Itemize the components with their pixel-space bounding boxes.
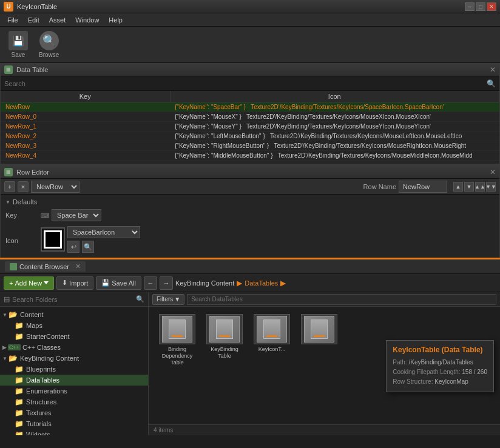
icon-preview-inner	[44, 230, 62, 249]
table-row[interactable]: NewRow_1 {"KeyName": "MouseY" } Texture2…	[1, 122, 499, 132]
row-editor-close[interactable]: ✕	[490, 168, 496, 176]
sidebar-tree-item[interactable]: ▶📁Textures	[0, 407, 148, 418]
data-table-close[interactable]: ✕	[490, 65, 496, 74]
import-button[interactable]: ⬇ Import	[56, 276, 93, 290]
asset-label: KeyIconT...	[258, 346, 286, 353]
row-editor-panel: ▦ Row Editor ✕ + × NewRow Row Name ▲ ▼ ▲…	[0, 164, 500, 258]
row-next-button[interactable]: ▼	[464, 182, 474, 192]
sidebar-search-magnify: 🔍	[136, 295, 144, 303]
add-new-dropdown-icon	[44, 281, 49, 284]
asset-item[interactable]: KeyBinding Table	[203, 314, 246, 359]
icon-select[interactable]: SpaceBarIcon	[67, 226, 140, 238]
filters-dropdown-icon: ▼	[174, 296, 180, 303]
icon-browse-back-button[interactable]: ↩	[67, 241, 79, 253]
save-all-icon: 💾	[101, 279, 110, 287]
table-row[interactable]: NewRow {"KeyName": "SpaceBar" } Texture2…	[1, 102, 499, 112]
asset-item[interactable]: Binding Dependency Table	[156, 314, 198, 366]
content-browser-tab[interactable]: Content Browser ✕	[5, 261, 86, 272]
remove-row-button[interactable]: ×	[18, 181, 29, 192]
tree-item-label: C++ Classes	[22, 344, 61, 351]
close-button[interactable]: ✕	[487, 2, 496, 11]
back-button[interactable]: ←	[144, 276, 157, 290]
save-all-button[interactable]: 💾 Save All	[96, 276, 141, 290]
sidebar-tree-item[interactable]: ▶📁DataTables	[0, 375, 148, 386]
asset-search-input[interactable]	[187, 294, 496, 305]
tree-item-label: Content	[20, 311, 44, 318]
row-first-button[interactable]: ▲▲	[475, 182, 485, 192]
browse-button[interactable]: 🔍 Browse	[35, 28, 62, 61]
menu-help[interactable]: Help	[104, 15, 127, 25]
asset-thumb-icon	[209, 316, 240, 343]
table-cell-key: NewRow_4	[1, 151, 170, 161]
icon-action-buttons: ↩ 🔍	[67, 241, 140, 253]
data-table-search-input[interactable]	[4, 80, 487, 87]
row-editor-header: ▦ Row Editor ✕	[1, 165, 499, 179]
table-row[interactable]: NewRow_3 {"KeyName": "RightMouseButton" …	[1, 141, 499, 151]
folder-icon: 📂	[8, 354, 18, 363]
menu-file[interactable]: File	[2, 15, 23, 25]
forward-button[interactable]: →	[160, 276, 173, 290]
tooltip-cooking-value: 158 / 260	[462, 369, 487, 375]
folder-icon: 📁	[15, 321, 24, 330]
sidebar-tree-item[interactable]: ▶📁Enumerations	[0, 386, 148, 396]
table-row[interactable]: NewRow_0 {"KeyName": "MouseX" } Texture2…	[1, 112, 499, 122]
table-cell-key: NewRow_1	[1, 122, 170, 132]
folder-icon: 📁	[15, 387, 24, 395]
tree-item-label: Enumerations	[26, 387, 67, 395]
datatable-icon	[263, 319, 280, 339]
cpp-expand-icon: ▶	[2, 344, 7, 350]
col-header-key: Key	[1, 91, 170, 102]
tree-item-label: StarterContent	[26, 333, 70, 340]
sidebar-tree-item[interactable]: ▶📁Blueprints	[0, 364, 148, 375]
tooltip-title: KeyIconTable (Data Table)	[393, 346, 487, 354]
table-cell-icon: {"KeyName": "MouseY" } Texture2D'/KeyBin…	[170, 122, 499, 132]
tooltip-cooking-label: Cooking Filepath Length:	[393, 369, 460, 375]
save-button[interactable]: 💾 Save	[5, 28, 32, 61]
table-cell-icon: {"KeyName": "RightMouseButton" } Texture…	[170, 141, 499, 151]
icon-browse-button[interactable]: 🔍	[82, 241, 94, 253]
row-prev-button[interactable]: ▲	[453, 182, 463, 192]
sidebar-tree-item[interactable]: ▶📁Structures	[0, 396, 148, 407]
table-row[interactable]: NewRow_2 {"KeyName": "LeftMouseButton" }…	[1, 132, 499, 141]
data-table-title: Data Table	[16, 66, 48, 73]
sidebar-tree-item[interactable]: ▶📁Widgets	[0, 429, 148, 435]
asset-item[interactable]: KeyIconT...	[251, 314, 293, 353]
menu-window[interactable]: Window	[70, 15, 104, 25]
asset-tooltip: KeyIconTable (Data Table) Path: /KeyBind…	[386, 340, 494, 392]
sidebar-tree-item[interactable]: ▼📂Content	[0, 309, 148, 320]
expand-icon: ▼	[2, 312, 7, 318]
sidebar-tree-item[interactable]: ▼📂KeyBinding Content	[0, 353, 148, 364]
menu-edit[interactable]: Edit	[23, 15, 44, 25]
asset-thumb-icon	[162, 316, 192, 343]
add-new-button[interactable]: + Add New	[4, 276, 54, 290]
minimize-button[interactable]: ─	[465, 2, 475, 11]
app-icon: U	[4, 2, 13, 12]
tree-item-label: KeyBinding Content	[20, 355, 79, 362]
datatable-icon	[216, 319, 233, 339]
icon-field-label: Icon	[5, 235, 36, 244]
cb-tab-close[interactable]: ✕	[75, 262, 81, 270]
add-row-button[interactable]: +	[4, 181, 15, 192]
tree-item-label: Structures	[26, 398, 56, 406]
asset-thumbnail	[159, 314, 195, 344]
sidebar-tree-item[interactable]: ▶📁Maps	[0, 320, 148, 331]
filters-button[interactable]: Filters ▼	[152, 294, 184, 305]
maximize-button[interactable]: □	[476, 2, 485, 11]
row-editor-toolbar: + × NewRow Row Name ▲ ▼ ▲▲ ▼▼	[1, 179, 499, 195]
row-selector[interactable]: NewRow	[31, 181, 79, 193]
import-icon: ⬇	[62, 279, 67, 287]
row-last-button[interactable]: ▼▼	[486, 182, 496, 192]
breadcrumb-item-1[interactable]: DataTables	[245, 279, 278, 287]
row-name-input[interactable]	[399, 181, 447, 193]
key-field-select[interactable]: Space Bar	[52, 209, 101, 221]
asset-item[interactable]	[298, 314, 340, 346]
cb-main-toolbar: Filters ▼	[149, 292, 500, 307]
table-row[interactable]: NewRow_4 {"KeyName": "MiddleMouseButton"…	[1, 151, 499, 161]
sidebar-search-input[interactable]	[12, 296, 133, 303]
sidebar-tree-item[interactable]: ▶📁Tutorials	[0, 418, 148, 429]
menu-asset[interactable]: Asset	[44, 15, 71, 25]
sidebar-tree-item[interactable]: ▶📁StarterContent	[0, 331, 148, 342]
sidebar-tree-item[interactable]: ▶C++C++ Classes	[0, 342, 148, 353]
folder-icon: 📁	[15, 430, 24, 435]
breadcrumb-item-0[interactable]: KeyBinding Content	[175, 279, 234, 287]
